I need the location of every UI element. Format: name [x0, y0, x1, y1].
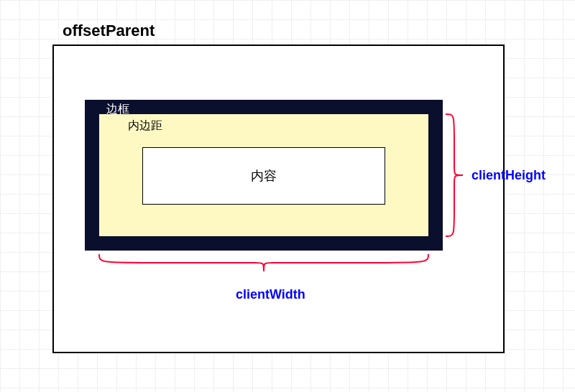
- padding-label: 内边距: [128, 118, 162, 134]
- client-height-label: clientHeight: [472, 168, 546, 183]
- content-box: 内容: [142, 147, 385, 205]
- border-label: 边框: [106, 102, 129, 117]
- content-label: 内容: [251, 167, 277, 185]
- offset-parent-label: offsetParent: [63, 22, 155, 40]
- client-width-label: clientWidth: [236, 287, 305, 302]
